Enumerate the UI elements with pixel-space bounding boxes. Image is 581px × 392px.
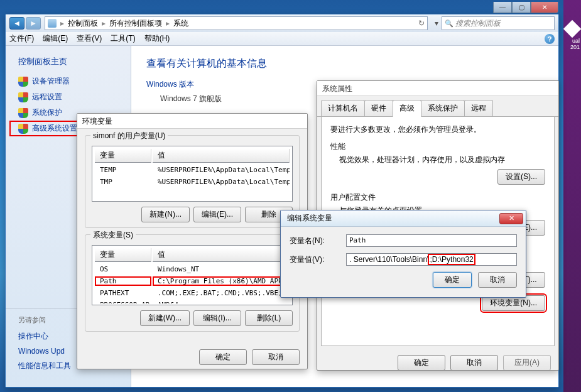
sidebar-item-label: 远程设置 [32, 92, 62, 102]
var-name: PATHEXT [95, 288, 151, 298]
table-row[interactable]: TMP%USERPROFILE%\AppData\Local\Temp [94, 176, 291, 188]
close-button[interactable]: ✕ [531, 2, 558, 13]
apply-button[interactable]: 应用(A) [503, 355, 551, 371]
sidebar-item-label: 操作中心 [18, 331, 48, 342]
table-row[interactable]: OSWindows_NT [94, 263, 291, 275]
address-bar[interactable]: ▸ 控制面板 ▸ 所有控制面板项 ▸ 系统 ↻ [45, 16, 428, 30]
perf-settings-button[interactable]: 设置(S)... [497, 169, 545, 185]
minimize-button[interactable]: — [493, 2, 512, 13]
breadcrumb-mid[interactable]: 所有控制面板项 [109, 18, 162, 29]
forward-button[interactable]: ► [26, 17, 41, 30]
perf-desc: 视觉效果，处理器计划，内存使用，以及虚拟内存 [330, 155, 545, 165]
shield-icon [18, 124, 28, 134]
table-row[interactable]: PROCESSOR_ARAMD64 [94, 299, 291, 303]
search-input[interactable]: 搜索控制面板 [442, 16, 555, 30]
refresh-icon[interactable]: ↻ [418, 19, 425, 28]
vs-logo-icon [563, 20, 581, 38]
value-prefix: . Server\110\Tools\Binn\ [349, 255, 429, 264]
shield-icon [18, 77, 28, 87]
vs-label: ual 201 [563, 38, 580, 50]
sidebar-item-label: 设备管理器 [32, 76, 70, 87]
var-value-input[interactable]: . Server\110\Tools\Binn\;D:\Python32 [346, 253, 517, 266]
tabs: 计算机名 硬件 高级 系统保护 远程 [317, 96, 558, 117]
var-name: PROCESSOR_AR [95, 300, 151, 303]
menu-file[interactable]: 文件(F) [9, 33, 34, 44]
sys-new-button[interactable]: 新建(W)... [140, 310, 190, 326]
tab-advanced[interactable]: 高级 [393, 100, 421, 117]
admin-notice: 要进行大多数更改，您必须作为管理员登录。 [330, 124, 545, 135]
sidebar-item-label: 性能信息和工具 [18, 361, 71, 371]
dropdown-icon[interactable]: ▾ [432, 19, 442, 28]
user-vars-group: simonf 的用户变量(U) 变量值 TEMP%USERPROFILE%\Ap… [85, 135, 300, 228]
breadcrumb-sep: ▸ [166, 19, 170, 28]
sidebar-item-label: 高级系统设置 [32, 123, 77, 134]
var-name: TMP [95, 177, 151, 187]
ok-button[interactable]: 确定 [199, 349, 247, 365]
tab-computer-name[interactable]: 计算机名 [321, 100, 365, 116]
main-window-controls: — ▢ ✕ [493, 2, 558, 13]
var-name-input[interactable]: Path [346, 234, 517, 247]
col-val[interactable]: 值 [153, 248, 290, 262]
var-value-label: 变量值(V): [290, 254, 346, 265]
ok-button[interactable]: 确定 [433, 272, 472, 288]
cancel-button[interactable]: 取消 [450, 355, 498, 371]
cancel-button[interactable]: 取消 [252, 349, 300, 365]
titlebar: ◄ ► ▸ 控制面板 ▸ 所有控制面板项 ▸ 系统 ↻ ▾ 搜索控制面板 [6, 14, 558, 32]
sidebar-item-label: Windows Upd [18, 347, 65, 356]
var-value: Windows_NT [153, 264, 290, 274]
dialog-buttons: 确定 取消 [77, 344, 307, 370]
sidebar-title[interactable]: 控制面板主页 [6, 53, 131, 74]
perf-title: 性能 [330, 141, 545, 152]
close-button[interactable]: ✕ [499, 213, 523, 224]
dialog-title: 环境变量 [77, 114, 307, 129]
col-var[interactable]: 变量 [95, 248, 151, 262]
nav-buttons: ◄ ► [9, 17, 41, 30]
dialog-buttons: 确定 取消 应用(A) [317, 350, 558, 376]
var-name-label: 变量名(N): [290, 236, 346, 246]
breadcrumb-sep: ▸ [102, 19, 106, 28]
help-icon[interactable]: ? [545, 34, 555, 44]
menu-edit[interactable]: 编辑(E) [43, 33, 68, 44]
dialog-title: 系统属性 [317, 81, 558, 96]
user-edit-button[interactable]: 编辑(E)... [193, 207, 241, 222]
tab-hardware[interactable]: 硬件 [364, 100, 393, 116]
cancel-button[interactable]: 取消 [478, 272, 517, 288]
visual-studio-strip: ual 201 [563, 0, 581, 392]
table-row[interactable]: PATHEXT.COM;.EXE;.BAT;.CMD;.VBS;.VBE;... [94, 287, 291, 299]
edit-variable-dialog: 编辑系统变量 ✕ 变量名(N): Path 变量值(V): . Server\1… [280, 210, 526, 298]
dialog-body: simonf 的用户变量(U) 变量值 TEMP%USERPROFILE%\Ap… [77, 129, 307, 344]
dialog-title: 编辑系统变量 [287, 213, 332, 224]
breadcrumb-root[interactable]: 控制面板 [68, 18, 98, 29]
sidebar-item-remote[interactable]: 远程设置 [6, 89, 131, 105]
var-name: TEMP [95, 165, 151, 175]
col-var[interactable]: 变量 [95, 149, 151, 163]
maximize-button[interactable]: ▢ [512, 2, 531, 13]
system-vars-table[interactable]: 变量值 OSWindows_NT PathC:\Program Files (x… [92, 245, 293, 305]
breadcrumb-sep: ▸ [60, 19, 64, 28]
col-val[interactable]: 值 [153, 149, 290, 163]
value-highlight: ;D:\Python32 [428, 254, 475, 265]
sidebar-item-label: 系统保护 [32, 107, 62, 118]
tab-remote[interactable]: 远程 [464, 100, 493, 116]
user-new-button[interactable]: 新建(N)... [141, 207, 190, 222]
breadcrumb-leaf[interactable]: 系统 [173, 18, 188, 29]
environment-variables-dialog: 环境变量 simonf 的用户变量(U) 变量值 TEMP%USERPROFIL… [77, 113, 308, 369]
table-row-path[interactable]: PathC:\Program Files (x86)\AMD APP\... [94, 275, 291, 287]
sys-edit-button[interactable]: 编辑(I)... [193, 310, 241, 326]
menu-view[interactable]: 查看(V) [77, 33, 102, 44]
tab-protection[interactable]: 系统保护 [421, 100, 465, 116]
table-row[interactable]: TEMP%USERPROFILE%\AppData\Local\Temp [94, 164, 291, 176]
menu-help[interactable]: 帮助(H) [144, 33, 170, 44]
menu-tools[interactable]: 工具(T) [111, 33, 135, 44]
var-value: AMD64 [153, 300, 290, 303]
back-button[interactable]: ◄ [9, 17, 24, 30]
page-title: 查看有关计算机的基本信息 [146, 57, 543, 70]
ok-button[interactable]: 确定 [398, 355, 445, 371]
shield-icon [18, 92, 28, 102]
profile-title: 用户配置文件 [330, 192, 545, 203]
var-value: .COM;.EXE;.BAT;.CMD;.VBS;.VBE;... [153, 288, 290, 298]
sys-delete-button[interactable]: 删除(L) [245, 310, 293, 326]
sidebar-item-device-manager[interactable]: 设备管理器 [6, 74, 131, 89]
dialog-titlebar[interactable]: 编辑系统变量 ✕ [281, 210, 526, 227]
user-vars-table[interactable]: 变量值 TEMP%USERPROFILE%\AppData\Local\Temp… [92, 146, 293, 202]
